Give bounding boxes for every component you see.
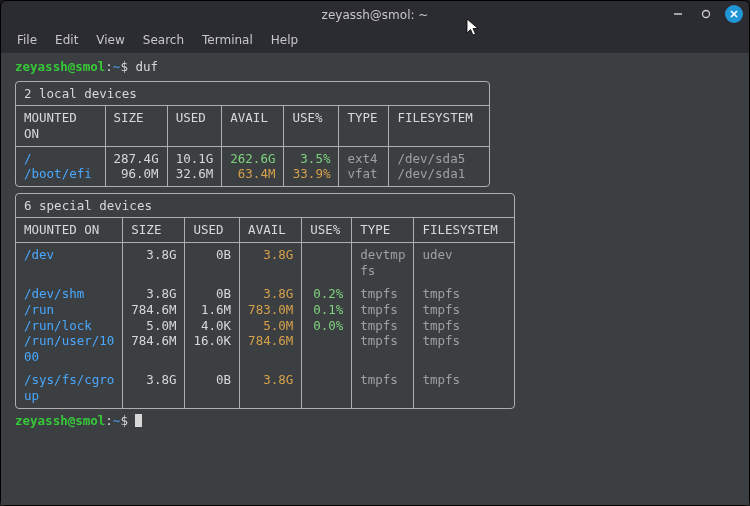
duf-cell-type: tmpfstmpfstmpfstmpfs bbox=[352, 282, 414, 368]
duf-cell-mount: //boot/efi bbox=[16, 146, 105, 186]
duf-cell-mount: /dev/shm/run/run/lock/run/user/1000 bbox=[16, 282, 123, 368]
menu-search[interactable]: Search bbox=[143, 33, 184, 47]
duf-cell-type: tmpfs bbox=[352, 368, 414, 407]
prompt-user: zeyassh@smol bbox=[15, 59, 105, 74]
duf-col-header: USED bbox=[185, 218, 240, 242]
duf-col-header: USED bbox=[167, 106, 222, 146]
duf-table: MOUNTED ONSIZEUSEDAVAILUSE%TYPEFILESYSTE… bbox=[16, 106, 489, 186]
duf-table: MOUNTED ONSIZEUSEDAVAILUSE%TYPEFILESYSTE… bbox=[16, 218, 514, 407]
table-row: /dev/shm/run/run/lock/run/user/10003.8G7… bbox=[16, 282, 514, 368]
duf-cell-mount: /sys/fs/cgroup bbox=[16, 368, 123, 407]
duf-col-header: AVAIL bbox=[240, 218, 302, 242]
duf-col-header: TYPE bbox=[339, 106, 389, 146]
duf-col-header: SIZE bbox=[123, 218, 185, 242]
duf-col-header: FILESYSTEM bbox=[389, 106, 489, 146]
duf-col-header: USE% bbox=[284, 106, 339, 146]
prompt-symbol: $ bbox=[120, 59, 128, 74]
duf-col-header: FILESYSTEM bbox=[414, 218, 514, 242]
duf-cell-use: 0.2%0.1%0.0% bbox=[302, 282, 352, 368]
duf-cell-fs: tmpfstmpfstmpfstmpfs bbox=[414, 282, 514, 368]
terminal-area[interactable]: zeyassh@smol:~$ duf 2 local devicesMOUNT… bbox=[1, 53, 749, 505]
duf-cell-avail: 262.6G63.4M bbox=[222, 146, 284, 186]
duf-cell-mount: /dev bbox=[16, 243, 123, 283]
duf-col-header: MOUNTED ON bbox=[16, 106, 105, 146]
duf-cell-size: 3.8G784.6M5.0M784.6M bbox=[123, 282, 185, 368]
table-row: //boot/efi287.4G96.0M10.1G32.6M262.6G63.… bbox=[16, 146, 489, 186]
menu-edit[interactable]: Edit bbox=[55, 33, 78, 47]
menubar: File Edit View Search Terminal Help bbox=[1, 29, 749, 53]
menu-file[interactable]: File bbox=[17, 33, 37, 47]
duf-col-header: USE% bbox=[302, 218, 352, 242]
duf-cell-size: 3.8G bbox=[123, 243, 185, 283]
menu-view[interactable]: View bbox=[96, 33, 124, 47]
terminal-window: zeyassh@smol: ~ File Edit View Search Te… bbox=[0, 0, 750, 506]
duf-cell-size: 287.4G96.0M bbox=[105, 146, 167, 186]
minimize-button[interactable] bbox=[669, 5, 687, 23]
duf-section-title: 6 special devices bbox=[16, 194, 514, 218]
duf-output: 2 local devicesMOUNTED ONSIZEUSEDAVAILUS… bbox=[15, 81, 735, 409]
window-controls bbox=[669, 5, 743, 23]
duf-cell-avail: 3.8G bbox=[240, 368, 302, 407]
duf-cell-used: 0B bbox=[185, 368, 240, 407]
prompt-line-2: zeyassh@smol:~$ bbox=[15, 413, 735, 429]
duf-cell-use bbox=[302, 243, 352, 283]
menu-terminal[interactable]: Terminal bbox=[202, 33, 253, 47]
duf-cell-fs: udev bbox=[414, 243, 514, 283]
window-title: zeyassh@smol: ~ bbox=[322, 8, 429, 22]
duf-cell-use: 3.5%33.9% bbox=[284, 146, 339, 186]
text-cursor bbox=[135, 414, 142, 427]
duf-cell-fs: /dev/sda5/dev/sda1 bbox=[389, 146, 489, 186]
duf-cell-fs: tmpfs bbox=[414, 368, 514, 407]
menu-help[interactable]: Help bbox=[271, 33, 298, 47]
duf-cell-used: 0B1.6M4.0K16.0K bbox=[185, 282, 240, 368]
command: duf bbox=[135, 59, 158, 74]
duf-cell-size: 3.8G bbox=[123, 368, 185, 407]
duf-section: 6 special devicesMOUNTED ONSIZEUSEDAVAIL… bbox=[15, 193, 515, 409]
duf-col-header: MOUNTED ON bbox=[16, 218, 123, 242]
duf-col-header: TYPE bbox=[352, 218, 414, 242]
duf-cell-use bbox=[302, 368, 352, 407]
table-row: /sys/fs/cgroup3.8G0B3.8Gtmpfstmpfs bbox=[16, 368, 514, 407]
titlebar[interactable]: zeyassh@smol: ~ bbox=[1, 1, 749, 29]
duf-section: 2 local devicesMOUNTED ONSIZEUSEDAVAILUS… bbox=[15, 81, 490, 187]
duf-cell-type: devtmpfs bbox=[352, 243, 414, 283]
table-row: /dev3.8G0B3.8Gdevtmpfsudev bbox=[16, 243, 514, 283]
duf-section-title: 2 local devices bbox=[16, 82, 489, 106]
maximize-button[interactable] bbox=[697, 5, 715, 23]
duf-col-header: AVAIL bbox=[222, 106, 284, 146]
duf-col-header: SIZE bbox=[105, 106, 167, 146]
prompt-line: zeyassh@smol:~$ duf bbox=[15, 59, 735, 75]
duf-cell-avail: 3.8G bbox=[240, 243, 302, 283]
duf-cell-used: 10.1G32.6M bbox=[167, 146, 222, 186]
duf-cell-used: 0B bbox=[185, 243, 240, 283]
duf-cell-avail: 3.8G783.0M5.0M784.6M bbox=[240, 282, 302, 368]
close-button[interactable] bbox=[725, 5, 743, 23]
duf-cell-type: ext4vfat bbox=[339, 146, 389, 186]
svg-point-1 bbox=[703, 11, 710, 18]
